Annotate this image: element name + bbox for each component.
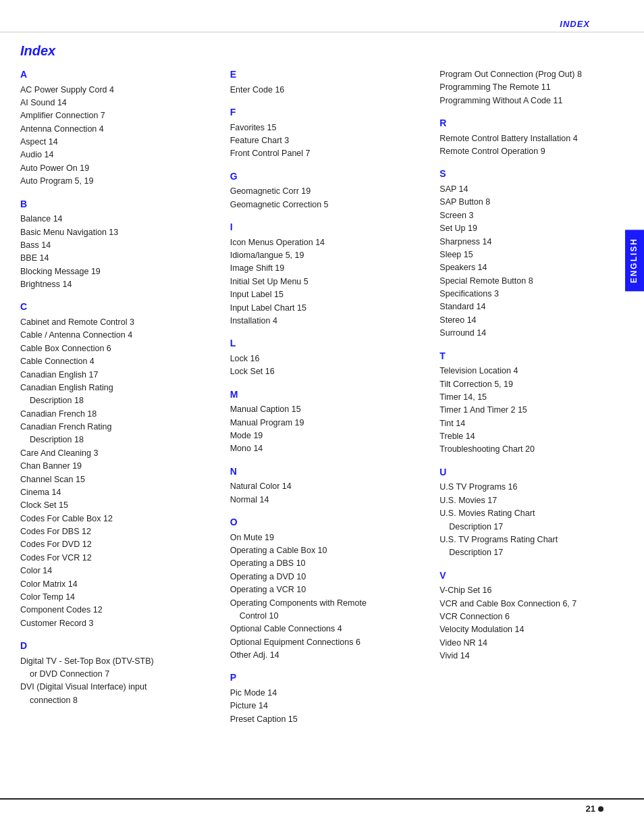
- index-section: TTelevision Location 4Tilt Correction 5,…: [439, 350, 637, 457]
- list-item: Remote Control Operation 9: [439, 145, 637, 158]
- content-area: AAC Power Supply Cord 4AI Sound 14Amplif…: [0, 68, 644, 735]
- list-item: Lock 16: [230, 353, 428, 365]
- section-entries: Geomagnetic Corr 19Geomagnetic Correctio…: [230, 185, 428, 211]
- list-item: Codes For DBS 12: [20, 525, 218, 538]
- section-letter: O: [230, 516, 428, 529]
- list-item: Operating Components with Remote: [230, 597, 428, 610]
- section-entries: AC Power Supply Cord 4AI Sound 14Amplifi…: [20, 84, 218, 188]
- list-item: Enter Code 16: [230, 84, 428, 97]
- index-section: EEnter Code 16: [230, 68, 428, 97]
- list-item: Codes For DVD 12: [20, 538, 218, 551]
- list-item: Bass 14: [20, 239, 218, 252]
- list-item: Front Control Panel 7: [230, 147, 428, 160]
- section-letter: V: [439, 569, 637, 583]
- section-letter: M: [230, 388, 428, 402]
- page-title: Index: [0, 39, 644, 68]
- section-letter: U: [439, 466, 637, 479]
- index-section: Program Out Connection (Prog Out) 8Progr…: [439, 68, 637, 107]
- list-item: Lock Set 16: [230, 365, 428, 378]
- list-item: Canadian French 18: [20, 408, 218, 421]
- list-item: Video NR 14: [439, 637, 637, 650]
- top-header: Index: [0, 14, 644, 32]
- list-item: Image Shift 19: [230, 262, 428, 275]
- list-item: Manual Caption 15: [230, 403, 428, 416]
- list-item: Mode 19: [230, 429, 428, 442]
- list-item: Geomagnetic Corr 19: [230, 185, 428, 198]
- list-item: Troubleshooting Chart 20: [439, 443, 637, 456]
- list-item: Description 18: [20, 434, 218, 446]
- list-item: Feature Chart 3: [230, 134, 428, 147]
- section-entries: Pic Mode 14Picture 14Preset Caption 15: [230, 687, 428, 726]
- list-item: Normal 14: [230, 494, 428, 506]
- list-item: Special Remote Button 8: [439, 275, 637, 288]
- list-item: Amplifier Connection 7: [20, 109, 218, 122]
- list-item: Basic Menu Navigation 13: [20, 226, 218, 239]
- index-section: MManual Caption 15Manual Program 19Mode …: [230, 388, 428, 456]
- section-entries: Lock 16Lock Set 16: [230, 353, 428, 379]
- list-item: Initial Set Up Menu 5: [230, 276, 428, 288]
- section-entries: Favorites 15Feature Chart 3Front Control…: [230, 122, 428, 161]
- index-section: BBalance 14Basic Menu Navigation 13Bass …: [20, 198, 218, 292]
- list-item: Auto Program 5, 19: [20, 175, 218, 188]
- list-item: Balance 14: [20, 213, 218, 226]
- list-item: Tint 14: [439, 417, 637, 430]
- section-letter: B: [20, 198, 218, 211]
- index-section: PPic Mode 14Picture 14Preset Caption 15: [230, 671, 428, 726]
- list-item: VCR Connection 6: [439, 610, 637, 623]
- list-item: DVI (Digital Visual Interface) input: [20, 681, 218, 694]
- column-1: AAC Power Supply Cord 4AI Sound 14Amplif…: [20, 68, 230, 735]
- list-item: Geomagnetic Correction 5: [230, 199, 428, 211]
- section-letter: C: [20, 301, 218, 314]
- list-item: Cable Connection 4: [20, 355, 218, 368]
- list-item: Brightness 14: [20, 278, 218, 291]
- section-entries: U.S TV Programs 16U.S. Movies 17U.S. Mov…: [439, 481, 637, 559]
- bottom-bar: 21: [0, 798, 644, 814]
- section-entries: Enter Code 16: [230, 84, 428, 97]
- section-entries: On Mute 19Operating a Cable Box 10Operat…: [230, 531, 428, 662]
- list-item: Canadian English 17: [20, 369, 218, 382]
- index-section: OOn Mute 19Operating a Cable Box 10Opera…: [230, 516, 428, 662]
- header-index-label: Index: [560, 19, 590, 29]
- list-item: Color Temp 14: [20, 591, 218, 604]
- list-item: Cinema 14: [20, 486, 218, 499]
- list-item: Screen 3: [439, 209, 637, 222]
- list-item: U.S TV Programs 16: [439, 481, 637, 494]
- list-item: Surround 14: [439, 327, 637, 340]
- section-entries: Manual Caption 15Manual Program 19Mode 1…: [230, 403, 428, 456]
- list-item: Picture 14: [230, 700, 428, 712]
- list-item: Other Adj. 14: [230, 649, 428, 662]
- list-item: Speakers 14: [439, 261, 637, 274]
- section-entries: Program Out Connection (Prog Out) 8Progr…: [439, 68, 637, 107]
- list-item: Vivid 14: [439, 650, 637, 662]
- page-wrapper: Index Index AAC Power Supply Cord 4AI So…: [0, 0, 644, 834]
- section-letter: L: [230, 337, 428, 350]
- index-section: AAC Power Supply Cord 4AI Sound 14Amplif…: [20, 68, 218, 188]
- list-item: Cable Box Connection 6: [20, 342, 218, 355]
- section-entries: Cabinet and Remote Control 3Cable / Ante…: [20, 316, 218, 630]
- list-item: Installation 4: [230, 315, 428, 328]
- list-item: Tilt Correction 5, 19: [439, 378, 637, 391]
- list-item: Velocity Modulation 14: [439, 623, 637, 636]
- list-item: Clock Set 15: [20, 499, 218, 512]
- list-item: U.S. Movies 17: [439, 494, 637, 507]
- list-item: Customer Record 3: [20, 617, 218, 630]
- section-letter: E: [230, 68, 428, 82]
- list-item: Control 10: [230, 610, 428, 623]
- column-3: Program Out Connection (Prog Out) 8Progr…: [439, 68, 637, 735]
- list-item: SAP Button 8: [439, 196, 637, 209]
- list-item: Canadian French Rating: [20, 421, 218, 434]
- list-item: On Mute 19: [230, 531, 428, 544]
- list-item: Natural Color 14: [230, 480, 428, 493]
- list-item: or DVD Connection 7: [20, 668, 218, 681]
- list-item: Cabinet and Remote Control 3: [20, 316, 218, 329]
- list-item: Sleep 15: [439, 249, 637, 261]
- section-entries: Digital TV - Set-Top Box (DTV-STB)or DVD…: [20, 655, 218, 708]
- list-item: Mono 14: [230, 442, 428, 455]
- list-item: Favorites 15: [230, 122, 428, 134]
- list-item: Canadian English Rating: [20, 382, 218, 394]
- page-number: 21: [586, 804, 595, 814]
- list-item: Television Location 4: [439, 365, 637, 377]
- section-letter: N: [230, 465, 428, 479]
- section-letter: P: [230, 671, 428, 685]
- list-item: Description 18: [20, 394, 218, 407]
